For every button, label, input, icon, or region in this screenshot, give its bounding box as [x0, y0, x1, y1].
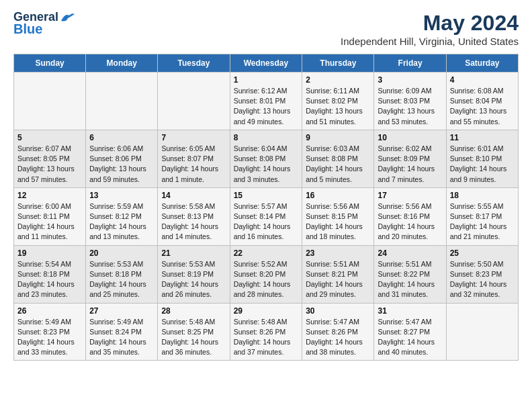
day-number: 1 — [234, 75, 299, 85]
day-info: Sunrise: 5:51 AMSunset: 8:22 PMDaylight:… — [378, 259, 442, 300]
calendar-body: 1Sunrise: 6:12 AMSunset: 8:01 PMDaylight… — [14, 73, 519, 361]
calendar-cell: 24Sunrise: 5:51 AMSunset: 8:22 PMDayligh… — [374, 245, 446, 303]
calendar-cell: 13Sunrise: 5:59 AMSunset: 8:12 PMDayligh… — [86, 187, 158, 245]
calendar-cell: 1Sunrise: 6:12 AMSunset: 8:01 PMDaylight… — [230, 73, 302, 130]
day-number: 3 — [378, 75, 442, 85]
day-number: 4 — [450, 75, 515, 85]
day-number: 6 — [89, 133, 154, 142]
calendar-week-row: 19Sunrise: 5:54 AMSunset: 8:18 PMDayligh… — [14, 245, 519, 303]
day-number: 15 — [234, 191, 299, 200]
day-info: Sunrise: 6:06 AMSunset: 8:06 PMDaylight:… — [89, 144, 154, 185]
weekday-header-saturday: Saturday — [446, 54, 518, 73]
weekday-header-row: SundayMondayTuesdayWednesdayThursdayFrid… — [14, 54, 519, 73]
day-number: 23 — [306, 248, 370, 258]
weekday-header-monday: Monday — [86, 54, 158, 73]
logo-bird-icon — [60, 11, 75, 24]
day-info: Sunrise: 5:53 AMSunset: 8:19 PMDaylight:… — [161, 259, 226, 300]
day-number: 27 — [89, 306, 154, 316]
day-number: 19 — [17, 248, 82, 258]
day-info: Sunrise: 6:00 AMSunset: 8:11 PMDaylight:… — [17, 201, 82, 242]
calendar-cell — [446, 303, 518, 361]
day-info: Sunrise: 5:48 AMSunset: 8:25 PMDaylight:… — [161, 317, 226, 358]
day-number: 25 — [450, 248, 515, 258]
calendar-cell — [14, 73, 86, 130]
calendar-cell: 8Sunrise: 6:04 AMSunset: 8:08 PMDaylight… — [230, 130, 302, 187]
header: General Blue May 2024 Independent Hill, … — [13, 11, 519, 47]
calendar-cell: 12Sunrise: 6:00 AMSunset: 8:11 PMDayligh… — [14, 187, 86, 245]
day-number: 16 — [306, 191, 370, 200]
calendar-cell: 29Sunrise: 5:48 AMSunset: 8:26 PMDayligh… — [230, 303, 302, 361]
calendar-cell: 14Sunrise: 5:58 AMSunset: 8:13 PMDayligh… — [158, 187, 230, 245]
calendar-title: May 2024 — [341, 11, 519, 36]
day-info: Sunrise: 6:03 AMSunset: 8:08 PMDaylight:… — [306, 144, 370, 185]
day-number: 31 — [378, 306, 442, 316]
weekday-header-tuesday: Tuesday — [158, 54, 230, 73]
day-info: Sunrise: 6:11 AMSunset: 8:02 PMDaylight:… — [306, 86, 370, 127]
calendar-cell: 20Sunrise: 5:53 AMSunset: 8:18 PMDayligh… — [86, 245, 158, 303]
day-number: 12 — [17, 191, 82, 200]
calendar-cell: 15Sunrise: 5:57 AMSunset: 8:14 PMDayligh… — [230, 187, 302, 245]
day-info: Sunrise: 5:49 AMSunset: 8:23 PMDaylight:… — [17, 317, 82, 358]
day-number: 30 — [306, 306, 370, 316]
day-info: Sunrise: 5:47 AMSunset: 8:26 PMDaylight:… — [306, 317, 370, 358]
day-number: 5 — [17, 133, 82, 142]
calendar-cell: 18Sunrise: 5:55 AMSunset: 8:17 PMDayligh… — [446, 187, 518, 245]
calendar-cell: 9Sunrise: 6:03 AMSunset: 8:08 PMDaylight… — [302, 130, 374, 187]
calendar-cell: 25Sunrise: 5:50 AMSunset: 8:23 PMDayligh… — [446, 245, 518, 303]
calendar-week-row: 12Sunrise: 6:00 AMSunset: 8:11 PMDayligh… — [14, 187, 519, 245]
day-info: Sunrise: 5:53 AMSunset: 8:18 PMDaylight:… — [89, 259, 154, 300]
calendar-cell: 2Sunrise: 6:11 AMSunset: 8:02 PMDaylight… — [302, 73, 374, 130]
weekday-header-thursday: Thursday — [302, 54, 374, 73]
day-number: 20 — [89, 248, 154, 258]
day-number: 21 — [161, 248, 226, 258]
day-info: Sunrise: 5:48 AMSunset: 8:26 PMDaylight:… — [234, 317, 299, 358]
day-info: Sunrise: 5:57 AMSunset: 8:14 PMDaylight:… — [234, 201, 299, 242]
day-info: Sunrise: 6:09 AMSunset: 8:03 PMDaylight:… — [378, 86, 442, 127]
day-number: 18 — [450, 191, 515, 200]
day-number: 29 — [234, 306, 299, 316]
calendar-cell: 21Sunrise: 5:53 AMSunset: 8:19 PMDayligh… — [158, 245, 230, 303]
calendar-cell: 3Sunrise: 6:09 AMSunset: 8:03 PMDaylight… — [374, 73, 446, 130]
day-number: 26 — [17, 306, 82, 316]
day-info: Sunrise: 5:52 AMSunset: 8:20 PMDaylight:… — [234, 259, 299, 300]
calendar-week-row: 26Sunrise: 5:49 AMSunset: 8:23 PMDayligh… — [14, 303, 519, 361]
day-info: Sunrise: 6:02 AMSunset: 8:09 PMDaylight:… — [378, 144, 442, 185]
day-number: 2 — [306, 75, 370, 85]
calendar-cell: 6Sunrise: 6:06 AMSunset: 8:06 PMDaylight… — [86, 130, 158, 187]
day-info: Sunrise: 5:51 AMSunset: 8:21 PMDaylight:… — [306, 259, 370, 300]
day-number: 11 — [450, 133, 515, 142]
calendar-table: SundayMondayTuesdayWednesdayThursdayFrid… — [13, 54, 519, 361]
calendar-cell: 7Sunrise: 6:05 AMSunset: 8:07 PMDaylight… — [158, 130, 230, 187]
calendar-cell: 31Sunrise: 5:47 AMSunset: 8:27 PMDayligh… — [374, 303, 446, 361]
calendar-week-row: 1Sunrise: 6:12 AMSunset: 8:01 PMDaylight… — [14, 73, 519, 130]
day-number: 7 — [161, 133, 226, 142]
calendar-cell: 4Sunrise: 6:08 AMSunset: 8:04 PMDaylight… — [446, 73, 518, 130]
calendar-cell — [158, 73, 230, 130]
weekday-header-friday: Friday — [374, 54, 446, 73]
weekday-header-wednesday: Wednesday — [230, 54, 302, 73]
day-info: Sunrise: 6:05 AMSunset: 8:07 PMDaylight:… — [161, 144, 226, 185]
calendar-cell: 16Sunrise: 5:56 AMSunset: 8:15 PMDayligh… — [302, 187, 374, 245]
calendar-cell: 27Sunrise: 5:49 AMSunset: 8:24 PMDayligh… — [86, 303, 158, 361]
day-info: Sunrise: 6:07 AMSunset: 8:05 PMDaylight:… — [17, 144, 82, 185]
title-area: May 2024 Independent Hill, Virginia, Uni… — [341, 11, 519, 47]
day-info: Sunrise: 5:55 AMSunset: 8:17 PMDaylight:… — [450, 201, 515, 242]
day-number: 28 — [161, 306, 226, 316]
day-info: Sunrise: 6:04 AMSunset: 8:08 PMDaylight:… — [234, 144, 299, 185]
calendar-week-row: 5Sunrise: 6:07 AMSunset: 8:05 PMDaylight… — [14, 130, 519, 187]
weekday-header-sunday: Sunday — [14, 54, 86, 73]
day-info: Sunrise: 6:08 AMSunset: 8:04 PMDaylight:… — [450, 86, 515, 127]
calendar-subtitle: Independent Hill, Virginia, United State… — [341, 36, 519, 47]
day-info: Sunrise: 5:56 AMSunset: 8:15 PMDaylight:… — [306, 201, 370, 242]
day-info: Sunrise: 6:12 AMSunset: 8:01 PMDaylight:… — [234, 86, 299, 127]
day-info: Sunrise: 6:01 AMSunset: 8:10 PMDaylight:… — [450, 144, 515, 185]
day-info: Sunrise: 5:49 AMSunset: 8:24 PMDaylight:… — [89, 317, 154, 358]
day-number: 22 — [234, 248, 299, 258]
calendar-cell: 19Sunrise: 5:54 AMSunset: 8:18 PMDayligh… — [14, 245, 86, 303]
calendar-cell — [86, 73, 158, 130]
day-info: Sunrise: 5:56 AMSunset: 8:16 PMDaylight:… — [378, 201, 442, 242]
logo-blue-text: Blue — [13, 21, 42, 36]
calendar-cell: 23Sunrise: 5:51 AMSunset: 8:21 PMDayligh… — [302, 245, 374, 303]
calendar-cell: 26Sunrise: 5:49 AMSunset: 8:23 PMDayligh… — [14, 303, 86, 361]
day-info: Sunrise: 5:54 AMSunset: 8:18 PMDaylight:… — [17, 259, 82, 300]
